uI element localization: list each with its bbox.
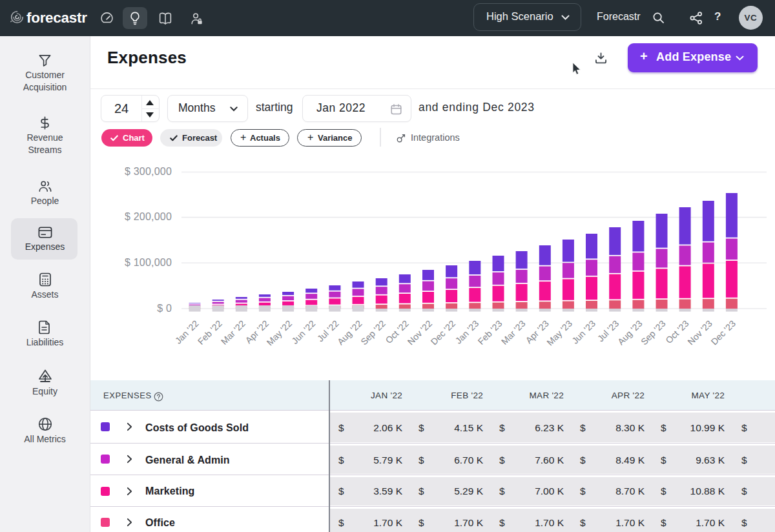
- svg-text:Feb '22: Feb '22: [196, 318, 224, 347]
- svg-text:Dec '23: Dec '23: [708, 318, 738, 347]
- svg-text:Sep '23: Sep '23: [639, 318, 668, 347]
- svg-text:Jun '23: Jun '23: [570, 318, 597, 346]
- svg-text:$ 100,000: $ 100,000: [125, 257, 172, 268]
- svg-text:Nov '23: Nov '23: [685, 318, 714, 347]
- svg-text:Jan '23: Jan '23: [453, 318, 480, 346]
- svg-text:Aug '22: Aug '22: [335, 318, 364, 347]
- svg-text:Jun '22: Jun '22: [289, 318, 317, 346]
- svg-text:Nov '22: Nov '22: [406, 318, 435, 347]
- svg-text:Feb '23: Feb '23: [476, 318, 504, 347]
- svg-text:$ 0: $ 0: [157, 303, 172, 314]
- svg-text:Jan '22: Jan '22: [173, 318, 201, 346]
- svg-text:Mar '22: Mar '22: [219, 318, 247, 347]
- svg-text:Dec '22: Dec '22: [429, 318, 458, 347]
- svg-text:Mar '23: Mar '23: [499, 318, 528, 347]
- svg-text:$ 300,000: $ 300,000: [125, 166, 172, 177]
- svg-text:May '23: May '23: [544, 318, 574, 348]
- svg-text:Aug '23: Aug '23: [615, 318, 645, 347]
- svg-text:$ 200,000: $ 200,000: [125, 211, 172, 222]
- svg-text:May '22: May '22: [265, 318, 294, 348]
- svg-text:Sep '22: Sep '22: [358, 318, 388, 347]
